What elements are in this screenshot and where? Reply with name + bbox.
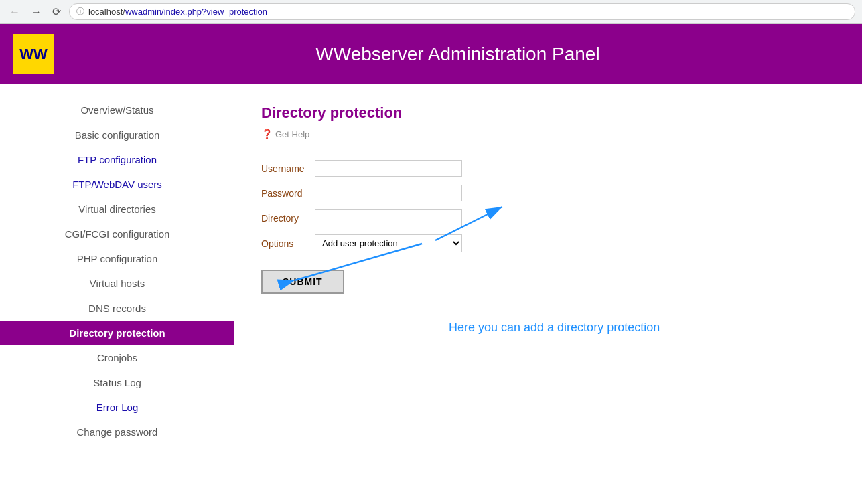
security-icon: ⓘ	[76, 6, 84, 17]
sidebar: Overview/StatusBasic configurationFTP co…	[0, 84, 234, 504]
sidebar-item-virtual-dirs[interactable]: Virtual directories	[0, 197, 234, 222]
sidebar-item-directory-protection[interactable]: Directory protection	[0, 321, 234, 345]
password-input[interactable]	[315, 185, 462, 201]
sidebar-item-change-password[interactable]: Change password	[0, 420, 234, 444]
options-cell: Add user protection	[315, 230, 472, 256]
main-content: Directory protection ❓ Get Help Username…	[234, 84, 862, 504]
url-text: localhost/wwadmin/index.php?view=protect…	[88, 7, 267, 17]
username-row: Username	[261, 156, 472, 181]
get-help-link[interactable]: ❓ Get Help	[261, 129, 835, 139]
sidebar-item-dns-records[interactable]: DNS records	[0, 296, 234, 321]
page-layout: Overview/StatusBasic configurationFTP co…	[0, 84, 862, 504]
sidebar-item-error-log[interactable]: Error Log	[0, 395, 234, 420]
page-title: Directory protection	[261, 104, 835, 122]
directory-label: Directory	[261, 205, 315, 230]
sidebar-item-cgi-fcgi[interactable]: CGI/FCGI configuration	[0, 222, 234, 246]
password-row: Password	[261, 181, 472, 205]
app-logo: WW	[13, 34, 54, 74]
annotation-area: Here you can add a directory protection	[261, 321, 835, 335]
options-label: Options	[261, 230, 315, 256]
directory-input[interactable]	[315, 209, 462, 226]
directory-row: Directory	[261, 205, 472, 230]
sidebar-item-basic-config[interactable]: Basic configuration	[0, 122, 234, 147]
sidebar-item-cronjobs[interactable]: Cronjobs	[0, 345, 234, 370]
app-header: WW WWebserver Administration Panel	[0, 24, 862, 84]
form-table: Username Password Directory Options	[261, 156, 472, 256]
forward-button[interactable]: →	[28, 5, 44, 19]
app-title: WWebserver Administration Panel	[67, 44, 849, 65]
help-icon: ❓	[261, 129, 273, 139]
sidebar-item-ftp-webdav[interactable]: FTP/WebDAV users	[0, 172, 234, 197]
get-help-anchor[interactable]: Get Help	[275, 129, 309, 139]
reload-button[interactable]: ⟳	[50, 4, 64, 19]
options-row: Options Add user protection	[261, 230, 472, 256]
password-label: Password	[261, 181, 315, 205]
password-cell	[315, 181, 472, 205]
logo-text: WW	[19, 46, 48, 63]
sidebar-item-overview[interactable]: Overview/Status	[0, 98, 234, 122]
sidebar-item-ftp-config[interactable]: FTP configuration	[0, 147, 234, 172]
address-bar[interactable]: ⓘ localhost/wwadmin/index.php?view=prote…	[69, 3, 855, 20]
back-button[interactable]: ←	[7, 5, 23, 19]
url-prefix: localhost/	[88, 7, 125, 17]
submit-button[interactable]: SUBMIT	[261, 270, 344, 294]
directory-cell	[315, 205, 472, 230]
options-select[interactable]: Add user protection	[315, 234, 462, 252]
username-label: Username	[261, 156, 315, 181]
sidebar-item-php-config[interactable]: PHP configuration	[0, 246, 234, 271]
username-input[interactable]	[315, 160, 462, 177]
url-path: wwadmin/index.php?view=protection	[125, 7, 267, 17]
browser-chrome: ← → ⟳ ⓘ localhost/wwadmin/index.php?view…	[0, 0, 862, 24]
sidebar-item-virtual-hosts[interactable]: Virtual hosts	[0, 271, 234, 296]
sidebar-item-status-log[interactable]: Status Log	[0, 370, 234, 395]
annotation-text: Here you can add a directory protection	[449, 321, 835, 335]
username-cell	[315, 156, 472, 181]
